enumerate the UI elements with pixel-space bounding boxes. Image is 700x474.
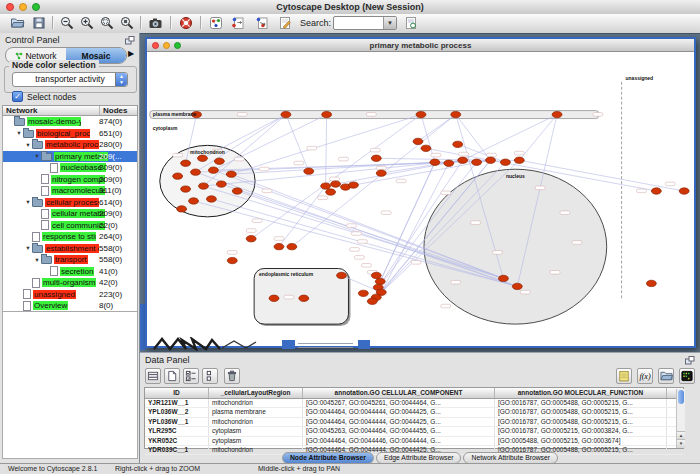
- open-session-button[interactable]: [8, 15, 26, 31]
- tree-row-nucleobase-[interactable]: nucleobase-209(0): [3, 162, 137, 174]
- network-node[interactable]: [216, 181, 226, 187]
- network-node[interactable]: [208, 167, 218, 173]
- network-node[interactable]: [331, 181, 341, 187]
- zoom-fit-button[interactable]: [118, 15, 136, 31]
- table-column-header[interactable]: _cellularLayoutRegion: [209, 388, 303, 398]
- network-node[interactable]: [281, 111, 291, 117]
- delete-attribute-button[interactable]: [224, 368, 240, 384]
- network-node[interactable]: [269, 295, 279, 301]
- zoom-in-button[interactable]: [78, 15, 96, 31]
- tree-column-network[interactable]: Network: [3, 106, 100, 115]
- zoom-selected-button[interactable]: [98, 15, 116, 31]
- network-node[interactable]: [376, 170, 386, 176]
- tree-row-overview[interactable]: Overview8(0): [3, 300, 137, 312]
- search-input[interactable]: [335, 17, 385, 27]
- network-node[interactable]: [322, 111, 332, 117]
- network-node[interactable]: [326, 189, 336, 195]
- network-frame-titlebar[interactable]: primary metabolic process: [147, 39, 694, 52]
- network-view-frame[interactable]: primary metabolic process plasma membran…: [145, 37, 696, 348]
- network-node[interactable]: [486, 157, 496, 163]
- scroll-down-icon[interactable]: ▼: [677, 439, 685, 448]
- table-row[interactable]: YLR295Ccytoplasm[GO:0045263, GO:0044464,…: [145, 427, 683, 436]
- network-node[interactable]: [451, 111, 461, 117]
- table-column-header[interactable]: ID: [145, 388, 209, 398]
- tree-expander-icon[interactable]: ▼: [24, 245, 32, 251]
- notes-button[interactable]: [616, 368, 632, 384]
- table-column-header[interactable]: annotation.GO CELLULAR_COMPONENT: [303, 388, 495, 398]
- network-node[interactable]: [651, 188, 661, 194]
- network-node[interactable]: [199, 183, 209, 189]
- network-node[interactable]: [173, 173, 183, 179]
- network-node[interactable]: [430, 159, 440, 165]
- network-node[interactable]: [472, 159, 482, 165]
- network-node[interactable]: [500, 159, 510, 165]
- network-node[interactable]: [191, 169, 201, 175]
- network-node[interactable]: [375, 278, 385, 284]
- network-node[interactable]: [227, 257, 237, 263]
- tree-row-transport[interactable]: ▼transport558(0): [3, 254, 137, 266]
- tree-row-cellular-metabo[interactable]: cellular metabo209(0): [3, 208, 137, 220]
- table-row[interactable]: YPL036W__1mitochondrion[GO:0044464, GO:0…: [145, 418, 683, 427]
- search-dropdown-arrow-icon[interactable]: ▼: [383, 17, 396, 29]
- layout-tool-button-1[interactable]: [229, 15, 247, 31]
- network-node[interactable]: [498, 275, 508, 281]
- network-node[interactable]: [274, 243, 284, 249]
- zoom-out-button[interactable]: [58, 15, 76, 31]
- network-node[interactable]: [177, 206, 187, 212]
- network-node[interactable]: [514, 157, 524, 163]
- network-node[interactable]: [226, 171, 236, 177]
- network-node[interactable]: [206, 196, 216, 202]
- network-node[interactable]: [348, 182, 358, 188]
- attribute-search-button[interactable]: [402, 15, 420, 31]
- tree-row-biological-process[interactable]: ▼biological_process651(0): [3, 128, 137, 140]
- attribute-matrix-button[interactable]: [679, 368, 695, 384]
- network-node[interactable]: [416, 111, 426, 117]
- dropdown-stepper-icon[interactable]: ▲▼: [115, 73, 127, 86]
- network-node[interactable]: [552, 111, 562, 117]
- search-combobox[interactable]: ▼: [333, 16, 397, 30]
- tree-row-primary-metabo[interactable]: ▼primary metabo209(...: [3, 151, 137, 163]
- tree-row-metabolic-process[interactable]: ▼metabolic process280(0): [3, 139, 137, 151]
- tree-row-cell-communicat[interactable]: cell communicat22(0): [3, 220, 137, 232]
- import-attributes-button[interactable]: [658, 368, 674, 384]
- tree-expander-icon[interactable]: ▼: [33, 257, 41, 263]
- tree-column-nodes[interactable]: Nodes: [100, 106, 137, 115]
- network-node[interactable]: [444, 160, 454, 166]
- formula-builder-button[interactable]: f(x): [637, 368, 653, 384]
- network-node[interactable]: [321, 183, 331, 189]
- table-row[interactable]: YPL036W__2plasma membrane[GO:0044464, GO…: [145, 408, 683, 417]
- network-node[interactable]: [299, 295, 309, 301]
- network-node[interactable]: [453, 141, 463, 147]
- float-panel-icon[interactable]: [685, 356, 695, 365]
- tree-expander-icon[interactable]: ▼: [24, 142, 32, 148]
- tree-row-nitrogen-compo[interactable]: nitrogen compo209(0): [3, 174, 137, 186]
- help-button[interactable]: [177, 15, 195, 31]
- network-node[interactable]: [679, 188, 689, 194]
- network-node[interactable]: [646, 280, 656, 286]
- network-node[interactable]: [358, 290, 368, 296]
- float-panel-icon[interactable]: [125, 36, 135, 45]
- tree-row-unassigned[interactable]: unassigned223(0): [3, 289, 137, 301]
- network-node[interactable]: [367, 298, 377, 304]
- network-canvas[interactable]: plasma membranecytoplasmmitochondrionnuc…: [147, 52, 690, 342]
- network-node[interactable]: [189, 198, 199, 204]
- tab-overflow-arrow[interactable]: ▶: [128, 49, 134, 58]
- region-nucleus[interactable]: [424, 169, 607, 324]
- network-node[interactable]: [304, 168, 314, 174]
- table-column-header[interactable]: annotation.GO MOLECULAR_FUNCTION: [495, 388, 667, 398]
- tree-row-macromolecule[interactable]: macromolecule311(0): [3, 185, 137, 197]
- table-row[interactable]: YKR052Ccytoplasm[GO:0044464, GO:0044446,…: [145, 437, 683, 446]
- tree-row-cellular-process[interactable]: ▼cellular process614(0): [3, 197, 137, 209]
- unselect-attributes-button[interactable]: [202, 368, 218, 384]
- tree-expander-icon[interactable]: ▼: [15, 130, 23, 136]
- table-scrollbar[interactable]: ▲ ▼: [676, 389, 685, 448]
- table-row[interactable]: YJR121W__1mitochondrion[GO:0045267, GO:0…: [145, 399, 683, 408]
- network-node[interactable]: [371, 155, 381, 161]
- layout-tool-button-2[interactable]: [253, 15, 271, 31]
- new-attribute-button[interactable]: [164, 368, 180, 384]
- snapshot-button[interactable]: [146, 15, 164, 31]
- select-nodes-checkbox[interactable]: ✓: [12, 91, 23, 102]
- select-attributes-button[interactable]: [183, 368, 199, 384]
- network-node[interactable]: [246, 236, 256, 242]
- network-node[interactable]: [512, 283, 522, 289]
